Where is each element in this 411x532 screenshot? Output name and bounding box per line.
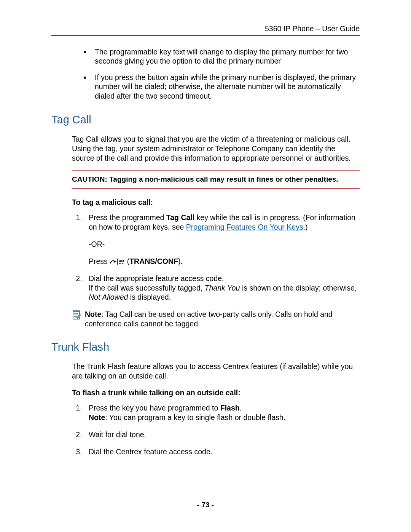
trunk-flash-intro: The Trunk Flash feature allows you to ac… <box>72 362 360 381</box>
italic-text: Thank You <box>205 284 240 292</box>
step-item: Dial the Centrex feature access code. <box>84 447 360 457</box>
text: : You can program a key to single flash … <box>105 413 285 422</box>
svg-point-2 <box>119 260 121 262</box>
tag-call-steps: Press the programmed Tag Call key while … <box>72 213 360 302</box>
section-heading-tag-call: Tag Call <box>51 113 360 126</box>
section-heading-trunk-flash: Trunk Flash <box>51 341 360 353</box>
intro-bullet-list: The programmable key text will change to… <box>72 47 360 101</box>
note-label: Note <box>89 413 105 422</box>
step-item: Wait for dial tone. <box>84 430 360 439</box>
intro-block: The programmable key text will change to… <box>72 47 360 101</box>
text: is shown on the display; otherwise, <box>240 284 357 292</box>
tag-call-intro: Tag Call allows you to signal that you a… <box>72 134 360 163</box>
text: is displayed. <box>128 293 171 301</box>
note-block: Note: Tag Call can be used on active two… <box>72 310 360 329</box>
tag-call-block: Tag Call allows you to signal that you a… <box>72 134 360 329</box>
text: . <box>240 404 242 412</box>
trans-conf-icon <box>110 258 125 265</box>
text: ). <box>178 257 183 265</box>
trunk-flash-block: The Trunk Flash feature allows you to ac… <box>72 362 360 457</box>
bold-text: Flash <box>220 404 240 412</box>
note-icon <box>72 310 82 320</box>
trunk-flash-steps: Press the key you have programmed to Fla… <box>72 403 360 457</box>
text: Press the key you have programmed to <box>89 404 220 412</box>
page-number: - 73 - <box>197 501 214 509</box>
tag-call-subhead: To tag a malicious call: <box>72 198 360 207</box>
bold-text: Tag Call <box>166 213 194 222</box>
svg-point-3 <box>122 260 124 262</box>
header-bar: 5360 IP Phone – User Guide <box>51 24 360 36</box>
text: Dial the appropriate feature access code… <box>89 274 224 283</box>
text: : Tag Call can be used on active two-par… <box>85 310 333 328</box>
step-item: Press the key you have programmed to Fla… <box>84 403 360 422</box>
text: .) <box>303 223 308 231</box>
page: 5360 IP Phone – User Guide The programma… <box>0 0 411 532</box>
bullet-item: The programmable key text will change to… <box>91 47 360 66</box>
trunk-flash-subhead: To flash a trunk while talking on an out… <box>72 388 360 397</box>
header-title: 5360 IP Phone – User Guide <box>265 24 360 33</box>
page-footer: - 73 - <box>0 501 411 509</box>
caution-box: CAUTION: Tagging a non-malicious call ma… <box>72 170 360 189</box>
press-line: Press <box>89 257 360 266</box>
caution-text: CAUTION: Tagging a non-malicious call ma… <box>72 175 360 184</box>
italic-text: Not Allowed <box>89 293 128 301</box>
link-programming-features[interactable]: Programing Features On Your Keys <box>186 223 303 231</box>
text: Press the programmed <box>89 213 166 222</box>
note-text: Note: Tag Call can be used on active two… <box>85 310 360 329</box>
note-label: Note <box>85 310 101 318</box>
bold-text: TRANS/CONF <box>129 257 178 265</box>
bullet-item: If you press the button again while the … <box>91 73 360 101</box>
or-line: -OR- <box>89 240 360 249</box>
text: If the call was successfully tagged, <box>89 284 205 292</box>
text: Press <box>89 257 110 265</box>
step-item: Press the programmed Tag Call key while … <box>84 213 360 266</box>
step-item: Dial the appropriate feature access code… <box>84 274 360 302</box>
